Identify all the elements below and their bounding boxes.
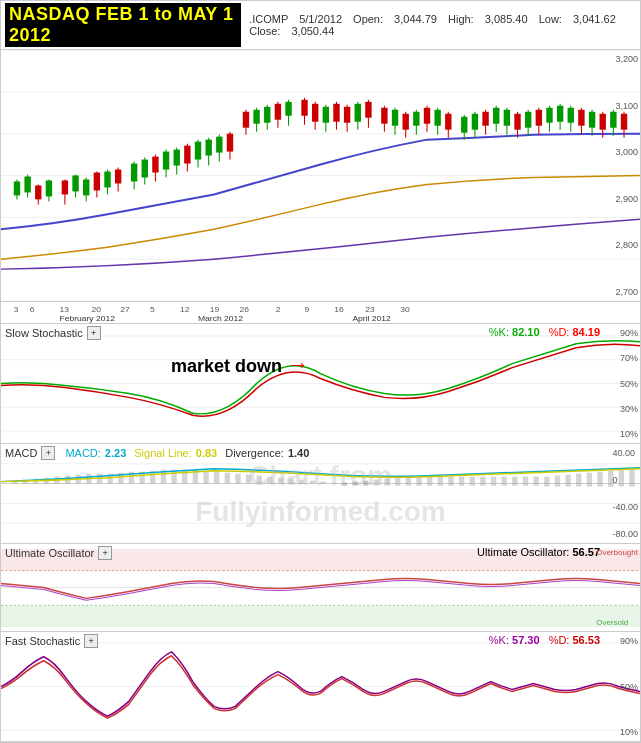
svg-rect-179 <box>395 478 400 486</box>
svg-text:16: 16 <box>334 305 344 313</box>
svg-rect-52 <box>264 107 270 123</box>
slow-stoch-d-label: %D: <box>549 326 570 338</box>
ult-osc-val-label: Ultimate Oscillator: <box>477 546 569 558</box>
svg-rect-165 <box>246 475 251 484</box>
svg-rect-171 <box>310 481 315 484</box>
svg-rect-92 <box>493 108 499 124</box>
svg-rect-62 <box>323 107 329 123</box>
macd-expand[interactable]: + <box>41 446 55 460</box>
high-value: 3,085.40 <box>485 13 528 25</box>
signal-val: 0.83 <box>196 447 217 459</box>
slow-stochastic-panel: Slow Stochastic + %K: 82.10 %D: 84.19 ma… <box>1 324 640 444</box>
date: 5/1/2012 <box>299 13 342 25</box>
svg-text:23: 23 <box>365 305 375 313</box>
svg-text:2: 2 <box>276 305 281 313</box>
fast-stoch-values: %K: 57.30 %D: 56.53 <box>489 634 600 646</box>
svg-rect-169 <box>289 479 294 484</box>
svg-rect-58 <box>301 100 307 116</box>
svg-rect-94 <box>504 110 510 126</box>
low-value: 3,041.62 <box>573 13 616 25</box>
svg-rect-104 <box>557 106 563 122</box>
chart-container: NASDAQ FEB 1 to MAY 1 2012 .ICOMP 5/1/20… <box>0 0 641 743</box>
svg-rect-194 <box>555 476 560 487</box>
macd-y-axis: 40.00 0 -40.00 -80.00 <box>612 444 638 543</box>
svg-rect-88 <box>472 114 478 130</box>
div-val: 1.40 <box>288 447 309 459</box>
svg-rect-106 <box>568 108 574 123</box>
svg-rect-188 <box>491 477 496 486</box>
svg-rect-166 <box>257 476 262 484</box>
svg-rect-184 <box>448 477 453 486</box>
svg-rect-64 <box>333 104 339 122</box>
ult-osc-expand[interactable]: + <box>98 546 112 560</box>
low-label: Low: <box>539 13 562 25</box>
slow-stoch-d-val: 84.19 <box>572 326 600 338</box>
svg-rect-78 <box>413 112 419 126</box>
svg-text:30: 30 <box>400 305 410 313</box>
chart-title: NASDAQ FEB 1 to MAY 1 2012 <box>5 3 241 47</box>
svg-rect-203 <box>1 605 640 627</box>
svg-rect-185 <box>459 477 464 486</box>
svg-rect-16 <box>62 180 68 194</box>
svg-text:13: 13 <box>60 305 70 313</box>
market-down-text: market down <box>171 356 282 376</box>
open-value: 3,044.79 <box>394 13 437 25</box>
svg-rect-197 <box>587 473 592 487</box>
svg-rect-98 <box>525 112 531 128</box>
macd-val: 2.23 <box>105 447 126 459</box>
fast-stoch-label: Fast Stochastic <box>5 635 80 647</box>
svg-rect-102 <box>546 108 552 123</box>
svg-rect-50 <box>253 110 259 124</box>
svg-rect-46 <box>227 134 233 152</box>
svg-rect-90 <box>482 112 488 126</box>
slow-stoch-values: %K: 82.10 %D: 84.19 <box>489 326 600 338</box>
svg-rect-66 <box>344 107 350 123</box>
svg-rect-100 <box>536 110 542 126</box>
slow-stoch-expand[interactable]: + <box>87 326 101 340</box>
svg-rect-183 <box>438 477 443 486</box>
slow-stoch-k-val: 82.10 <box>512 326 540 338</box>
svg-rect-44 <box>216 137 222 153</box>
ult-osc-y-axis: Overbought Oversold <box>596 544 638 631</box>
svg-text:5: 5 <box>150 305 155 313</box>
svg-rect-26 <box>115 170 121 184</box>
ult-osc-label: Ultimate Oscillator <box>5 547 94 559</box>
svg-rect-24 <box>104 172 110 188</box>
svg-rect-176 <box>363 481 368 486</box>
div-label: Divergence: <box>225 447 284 459</box>
svg-text:27: 27 <box>120 305 130 313</box>
main-y-axis: 3,200 3,100 3,000 2,900 2,800 2,700 <box>615 50 638 301</box>
svg-rect-80 <box>424 108 430 124</box>
svg-rect-168 <box>278 478 283 484</box>
svg-rect-76 <box>403 114 409 130</box>
svg-rect-190 <box>512 477 517 486</box>
svg-rect-54 <box>275 104 281 120</box>
svg-rect-68 <box>355 104 361 122</box>
macd-label: MACD <box>5 447 37 459</box>
svg-rect-18 <box>72 176 78 192</box>
svg-rect-162 <box>214 472 219 484</box>
close-value: 3,050.44 <box>291 25 334 37</box>
fast-stoch-expand[interactable]: + <box>84 634 98 648</box>
svg-rect-193 <box>544 477 549 487</box>
svg-rect-163 <box>225 473 230 484</box>
fast-stoch-k-val: 57.30 <box>512 634 540 646</box>
svg-rect-34 <box>163 152 169 170</box>
svg-rect-20 <box>83 179 89 195</box>
svg-rect-180 <box>406 478 411 486</box>
svg-rect-170 <box>299 480 304 484</box>
signal-label: Signal Line: <box>134 447 192 459</box>
close-label: Close: <box>249 25 280 37</box>
svg-text:March 2012: March 2012 <box>198 314 243 322</box>
svg-rect-195 <box>565 475 570 487</box>
svg-rect-191 <box>523 477 528 486</box>
svg-rect-56 <box>285 102 291 116</box>
fast-stoch-d-val: 56.53 <box>572 634 600 646</box>
svg-rect-36 <box>174 150 180 166</box>
svg-rect-112 <box>600 114 606 130</box>
svg-rect-84 <box>445 114 451 130</box>
svg-rect-32 <box>152 157 158 173</box>
date-axis: 3 6 13 20 27 5 12 19 26 2 9 16 23 30 Feb… <box>1 302 640 324</box>
svg-rect-108 <box>578 110 584 126</box>
svg-rect-10 <box>24 176 30 192</box>
